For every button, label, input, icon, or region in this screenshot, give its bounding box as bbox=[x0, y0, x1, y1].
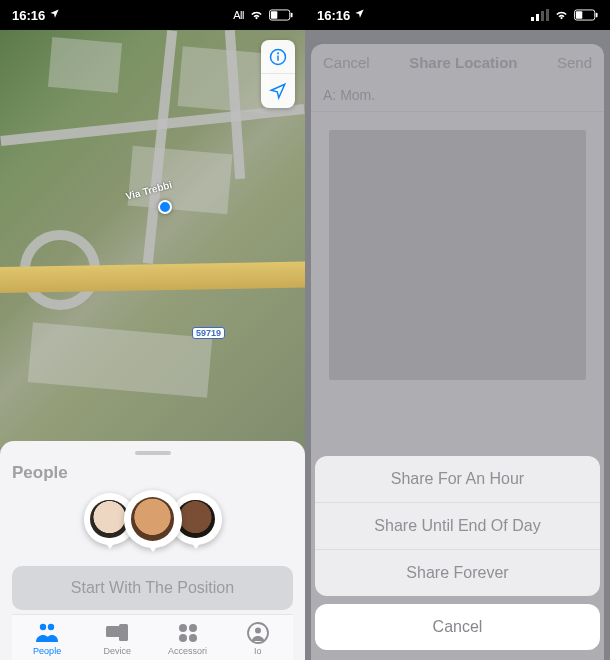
carrier-label: All bbox=[233, 9, 244, 21]
recipient-field[interactable]: A: Mom. bbox=[311, 81, 604, 112]
svg-rect-16 bbox=[531, 17, 534, 21]
status-bar: 16:16 All bbox=[0, 0, 305, 30]
duration-action-sheet: Share For An Hour Share Until End Of Day… bbox=[315, 456, 600, 650]
modal-send-button[interactable]: Send bbox=[557, 54, 592, 71]
svg-rect-18 bbox=[541, 11, 544, 21]
status-bar: 16:16 bbox=[305, 0, 610, 30]
svg-rect-9 bbox=[119, 624, 128, 641]
modal-cancel-button[interactable]: Cancel bbox=[323, 54, 370, 71]
people-avatars bbox=[12, 493, 293, 548]
svg-point-6 bbox=[40, 624, 46, 630]
sheet-title: People bbox=[12, 463, 293, 483]
contact-preview-card bbox=[329, 130, 586, 380]
avatar[interactable] bbox=[124, 490, 182, 548]
sheet-grabber[interactable] bbox=[135, 451, 171, 455]
share-end-of-day-button[interactable]: Share Until End Of Day bbox=[315, 503, 600, 550]
memoji-icon bbox=[131, 497, 174, 540]
tab-bar: People Device Accessori Io bbox=[12, 614, 293, 660]
share-forever-button[interactable]: Share Forever bbox=[315, 550, 600, 596]
location-services-icon bbox=[354, 8, 365, 22]
battery-icon bbox=[269, 9, 293, 21]
tab-label: Device bbox=[104, 646, 132, 656]
items-icon bbox=[177, 621, 199, 645]
svg-point-5 bbox=[278, 52, 279, 53]
svg-rect-17 bbox=[536, 14, 539, 21]
map-recenter-button[interactable] bbox=[261, 74, 295, 108]
recipient-prefix: A: bbox=[323, 87, 336, 103]
svg-point-13 bbox=[189, 634, 197, 642]
tab-io[interactable]: Io bbox=[223, 615, 293, 660]
svg-point-15 bbox=[255, 628, 261, 634]
current-location-dot bbox=[158, 200, 172, 214]
action-sheet-cancel-button[interactable]: Cancel bbox=[315, 604, 600, 650]
svg-rect-19 bbox=[546, 9, 549, 21]
devices-icon bbox=[105, 621, 129, 645]
tab-accessori[interactable]: Accessori bbox=[153, 615, 223, 660]
phone-right: 16:16 Cancel Share Location Send bbox=[305, 0, 610, 660]
start-sharing-button[interactable]: Start With The Position bbox=[12, 566, 293, 610]
svg-rect-21 bbox=[576, 11, 582, 18]
modal-title: Share Location bbox=[409, 54, 517, 71]
location-services-icon bbox=[49, 8, 60, 22]
wifi-icon bbox=[554, 9, 569, 21]
me-icon bbox=[247, 621, 269, 645]
svg-rect-1 bbox=[271, 11, 277, 18]
memoji-icon bbox=[90, 500, 128, 538]
map-route-shield: 59719 bbox=[192, 327, 225, 339]
tab-device[interactable]: Device bbox=[82, 615, 152, 660]
people-sheet[interactable]: People Start With The Position People De… bbox=[0, 441, 305, 660]
svg-point-11 bbox=[189, 624, 197, 632]
recipient-name: Mom. bbox=[340, 87, 375, 103]
people-icon bbox=[34, 621, 60, 645]
svg-point-10 bbox=[179, 624, 187, 632]
share-one-hour-button[interactable]: Share For An Hour bbox=[315, 456, 600, 503]
tab-label: Accessori bbox=[168, 646, 207, 656]
tab-label: People bbox=[33, 646, 61, 656]
tab-people[interactable]: People bbox=[12, 615, 82, 660]
cellular-icon bbox=[531, 9, 549, 21]
map-view[interactable]: Via Trebbi 59719 bbox=[0, 30, 305, 455]
share-location-screen: Cancel Share Location Send A: Mom. Share… bbox=[305, 30, 610, 660]
action-group: Share For An Hour Share Until End Of Day… bbox=[315, 456, 600, 596]
tab-label: Io bbox=[254, 646, 262, 656]
modal-header: Cancel Share Location Send bbox=[311, 44, 604, 81]
svg-rect-2 bbox=[291, 13, 293, 18]
status-time: 16:16 bbox=[317, 8, 350, 23]
map-info-button[interactable] bbox=[261, 40, 295, 74]
map-controls bbox=[261, 40, 295, 108]
wifi-icon bbox=[249, 9, 264, 21]
status-time: 16:16 bbox=[12, 8, 45, 23]
svg-rect-8 bbox=[106, 626, 121, 637]
svg-rect-22 bbox=[596, 13, 598, 18]
memoji-icon bbox=[176, 500, 214, 538]
svg-point-12 bbox=[179, 634, 187, 642]
svg-point-7 bbox=[48, 624, 54, 630]
battery-icon bbox=[574, 9, 598, 21]
phone-left: 16:16 All Via Trebbi 59719 bbox=[0, 0, 305, 660]
